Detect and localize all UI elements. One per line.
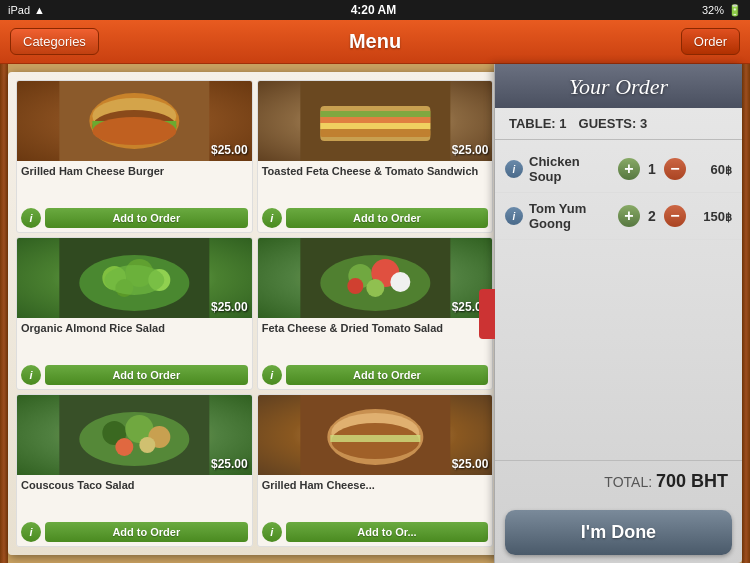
battery-label: 32% <box>702 4 724 16</box>
menu-item-7-price: $25.00 <box>211 457 248 471</box>
menu-item-8: $25.00 Grilled Ham Cheese... i Add to Or… <box>257 394 494 547</box>
currency-2: ฿ <box>725 211 732 223</box>
header: Categories Menu Order <box>0 20 750 64</box>
menu-item-4-name: Organic Almond Rice Salad <box>17 318 252 337</box>
header-title: Menu <box>349 30 401 53</box>
menu-item-8-image: $25.00 <box>258 395 493 475</box>
menu-item-4-price: $25.00 <box>211 300 248 314</box>
svg-point-5 <box>92 117 176 145</box>
menu-item-2-image: $25.00 <box>258 81 493 161</box>
guests-label: GUESTS: <box>579 116 637 131</box>
menu-item-1-name: Grilled Ham Cheese Burger <box>17 161 252 180</box>
ipad-label: iPad <box>8 4 30 16</box>
order-item-2-minus[interactable]: − <box>664 205 686 227</box>
menu-item-5-image: $25.00 <box>258 238 493 318</box>
svg-point-45 <box>139 437 155 453</box>
total-value: 700 BHT <box>656 471 728 491</box>
menu-item-4-add[interactable]: Add to Order <box>45 365 248 385</box>
menu-item-5-name: Feta Cheese & Dried Tomato Salad <box>258 318 493 337</box>
order-item-1-qty: 1 <box>644 161 660 177</box>
order-item-2-info[interactable]: i <box>505 207 523 225</box>
menu-item-7-footer: i Add to Order <box>17 520 252 546</box>
menu-item-7-image: $25.00 <box>17 395 252 475</box>
order-item-1-qty-controls: + 1 − <box>618 158 686 180</box>
menu-item-2-name: Toasted Feta Cheese & Tomato Sandwich <box>258 161 493 180</box>
status-time: 4:20 AM <box>351 3 397 17</box>
svg-point-29 <box>390 272 410 292</box>
order-panel: Your Order TABLE: 1 GUESTS: 3 i Chicken … <box>494 64 742 563</box>
menu-item-4-footer: i Add to Order <box>17 363 252 389</box>
menu-item-4: $25.00 Organic Almond Rice Salad i Add t… <box>16 237 253 390</box>
menu-item-8-price: $25.00 <box>452 457 489 471</box>
order-item-1-name: Chicken Soup <box>529 154 612 184</box>
order-items-list: i Chicken Soup + 1 − 60฿ i Tom Yum Goong… <box>495 140 742 460</box>
battery-icon: 🔋 <box>728 4 742 17</box>
order-item-2-name: Tom Yum Goong <box>529 201 612 231</box>
order-button[interactable]: Order <box>681 28 740 55</box>
menu-item-7: $25.00 Couscous Taco Salad i Add to Orde… <box>16 394 253 547</box>
order-title: Your Order <box>509 74 728 100</box>
order-total: TOTAL: 700 BHT <box>495 460 742 502</box>
menu-item-7-info[interactable]: i <box>21 522 41 542</box>
wifi-icon: ▲ <box>34 4 45 16</box>
guests-info: GUESTS: 3 <box>579 116 648 131</box>
currency-1: ฿ <box>725 164 732 176</box>
total-label: TOTAL: <box>604 474 652 490</box>
menu-item-7-name: Couscous Taco Salad <box>17 475 252 494</box>
svg-point-44 <box>115 438 133 456</box>
menu-item-1-price: $25.00 <box>211 143 248 157</box>
status-left: iPad ▲ <box>8 4 45 16</box>
panel-tab[interactable] <box>479 289 495 339</box>
order-item-2-plus[interactable]: + <box>618 205 640 227</box>
order-item-1: i Chicken Soup + 1 − 60฿ <box>495 146 742 193</box>
order-info: TABLE: 1 GUESTS: 3 <box>495 108 742 140</box>
order-item-1-price: 60฿ <box>692 162 732 177</box>
svg-point-31 <box>366 279 384 297</box>
menu-item-1-image: $25.00 <box>17 81 252 161</box>
table-info: TABLE: 1 <box>509 116 567 131</box>
menu-item-8-info[interactable]: i <box>262 522 282 542</box>
menu-item-8-name: Grilled Ham Cheese... <box>258 475 493 494</box>
order-item-1-plus[interactable]: + <box>618 158 640 180</box>
order-item-2-qty: 2 <box>644 208 660 224</box>
menu-item-8-footer: i Add to Or... <box>258 520 493 546</box>
menu-item-2-info[interactable]: i <box>262 208 282 228</box>
svg-rect-50 <box>330 435 420 442</box>
menu-item-2-footer: i Add to Order <box>258 206 493 232</box>
order-item-1-info[interactable]: i <box>505 160 523 178</box>
status-right: 32% 🔋 <box>702 4 742 17</box>
main-content: $25.00 Grilled Ham Cheese Burger i Add t… <box>0 64 750 563</box>
menu-item-1-info[interactable]: i <box>21 208 41 228</box>
menu-item-1-footer: i Add to Order <box>17 206 252 232</box>
svg-point-30 <box>347 278 363 294</box>
table-num: 1 <box>559 116 566 131</box>
order-item-2-qty-controls: + 2 − <box>618 205 686 227</box>
svg-rect-9 <box>320 117 430 123</box>
order-item-2: i Tom Yum Goong + 2 − 150฿ <box>495 193 742 240</box>
menu-item-5: $25.00 Feta Cheese & Dried Tomato Salad … <box>257 237 494 390</box>
menu-item-4-info[interactable]: i <box>21 365 41 385</box>
done-button[interactable]: I'm Done <box>505 510 732 555</box>
svg-rect-8 <box>320 111 430 117</box>
order-item-1-minus[interactable]: − <box>664 158 686 180</box>
status-bar: iPad ▲ 4:20 AM 32% 🔋 <box>0 0 750 20</box>
categories-button[interactable]: Categories <box>10 28 99 55</box>
table-label: TABLE: <box>509 116 556 131</box>
menu-item-2-price: $25.00 <box>452 143 489 157</box>
menu-item-8-add[interactable]: Add to Or... <box>286 522 489 542</box>
order-item-2-price: 150฿ <box>692 209 732 224</box>
svg-rect-11 <box>320 129 430 137</box>
menu-item-5-footer: i Add to Order <box>258 363 493 389</box>
menu-item-5-add[interactable]: Add to Order <box>286 365 489 385</box>
guests-num: 3 <box>640 116 647 131</box>
menu-item-4-image: $25.00 <box>17 238 252 318</box>
svg-rect-10 <box>320 123 430 129</box>
menu-item-2: $25.00 Toasted Feta Cheese & Tomato Sand… <box>257 80 494 233</box>
order-header: Your Order <box>495 64 742 108</box>
menu-item-1-add[interactable]: Add to Order <box>45 208 248 228</box>
menu-item-1: $25.00 Grilled Ham Cheese Burger i Add t… <box>16 80 253 233</box>
menu-item-5-info[interactable]: i <box>262 365 282 385</box>
menu-item-2-add[interactable]: Add to Order <box>286 208 489 228</box>
menu-item-7-add[interactable]: Add to Order <box>45 522 248 542</box>
svg-point-24 <box>104 265 164 295</box>
